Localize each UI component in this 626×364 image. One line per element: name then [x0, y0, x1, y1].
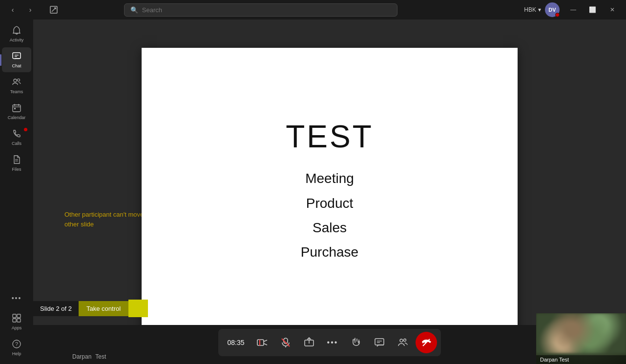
participant-video-bg [536, 313, 626, 353]
slide-container: TEST Meeting Product Sales Purchase [142, 48, 518, 336]
search-icon: 🔍 [130, 6, 138, 14]
user-badge[interactable]: HBK ▾ [524, 6, 541, 13]
sidebar-item-files[interactable]: Files [2, 151, 31, 176]
meeting-name-bar: Darpan Test [72, 353, 106, 360]
bullet-1: Meeting [286, 166, 374, 191]
titlebar-right: HBK ▾ DV — ⬜ ✕ [524, 0, 626, 20]
chevron-down-icon: ▾ [538, 6, 541, 13]
titlebar-nav: ‹ › [0, 3, 43, 17]
svg-rect-11 [14, 108, 16, 109]
sidebar-item-chat[interactable]: Chat [2, 47, 31, 72]
svg-line-21 [264, 340, 267, 342]
svg-rect-2 [13, 53, 21, 59]
more-icon: ••• [12, 295, 22, 302]
chat-button[interactable] [369, 332, 390, 353]
video-button[interactable] [251, 332, 273, 353]
calls-icon [12, 129, 21, 140]
more-options-button[interactable]: ••• [322, 332, 343, 353]
svg-rect-17 [17, 319, 21, 322]
bullet-2: Product [286, 191, 374, 216]
help-icon: ? [12, 339, 21, 350]
avatar-status-dot [555, 13, 560, 17]
apps-icon [12, 313, 21, 324]
minimize-button[interactable]: — [563, 0, 583, 20]
sidebar-item-calendar-label: Calendar [8, 115, 26, 120]
compose-icon[interactable] [47, 3, 61, 17]
svg-point-6 [18, 79, 20, 81]
window-controls: — ⬜ ✕ [563, 0, 622, 20]
teams-icon [12, 77, 21, 88]
meeting-toolbar: 08:35 [218, 329, 441, 356]
chat-icon [12, 51, 21, 62]
svg-point-5 [14, 79, 17, 82]
participant-video: Darpan Test [536, 313, 626, 364]
calendar-icon [12, 103, 21, 114]
back-button[interactable]: ‹ [6, 3, 20, 17]
slide-content: TEST Meeting Product Sales Purchase [286, 119, 374, 265]
participants-button[interactable] [392, 332, 414, 353]
svg-rect-15 [17, 314, 21, 318]
end-call-button[interactable] [416, 332, 437, 353]
user-name: HBK [524, 6, 536, 13]
meeting-timer: 08:35 [222, 339, 250, 346]
svg-rect-20 [257, 340, 264, 345]
slide-controls: Slide 2 of 2 Take control [33, 300, 148, 317]
sidebar-item-calls-label: Calls [12, 141, 21, 146]
meeting-test-label: Test [95, 353, 106, 360]
bullet-4: Purchase [286, 240, 374, 264]
svg-point-35 [404, 339, 406, 342]
sidebar: Activity Chat Teams [0, 20, 33, 364]
svg-point-34 [400, 339, 403, 342]
svg-rect-16 [13, 319, 16, 322]
search-bar: 🔍 [124, 3, 397, 17]
avatar[interactable]: DV [545, 2, 560, 17]
slide-indicator: Slide 2 of 2 [33, 301, 79, 316]
meeting-name: Darpan [72, 353, 91, 360]
participant-name-label: Darpan Test [536, 355, 626, 364]
forward-button[interactable]: › [23, 3, 37, 17]
bullet-3: Sales [286, 216, 374, 240]
maximize-button[interactable]: ⬜ [583, 0, 603, 20]
main-content: Other participant can't move to other sl… [33, 20, 626, 364]
svg-line-22 [264, 344, 267, 345]
activity-icon [12, 25, 21, 37]
share-screen-button[interactable] [298, 332, 320, 353]
sidebar-item-apps-label: Apps [12, 325, 22, 330]
svg-rect-14 [13, 314, 16, 318]
sidebar-item-activity[interactable]: Activity [2, 21, 31, 46]
sidebar-item-teams[interactable]: Teams [2, 73, 31, 98]
svg-line-1 [52, 8, 56, 12]
sidebar-item-teams-label: Teams [10, 89, 23, 94]
sidebar-item-calls[interactable]: Calls [2, 125, 31, 150]
take-control-button[interactable]: Take control [79, 301, 128, 316]
yellow-accent-block [128, 300, 148, 317]
warning-text: Other participant can't move to other sl… [64, 211, 151, 228]
sidebar-item-help[interactable]: ? Help [2, 335, 31, 360]
svg-rect-7 [13, 105, 21, 112]
slide-bullets: Meeting Product Sales Purchase [286, 166, 374, 265]
svg-rect-31 [375, 339, 384, 345]
sidebar-item-files-label: Files [12, 167, 21, 172]
mute-button[interactable] [275, 332, 296, 353]
sidebar-item-help-label: Help [12, 351, 21, 356]
sidebar-item-apps[interactable]: Apps [2, 309, 31, 334]
raise-hand-button[interactable] [345, 332, 367, 353]
slide-title: TEST [286, 119, 374, 155]
sidebar-item-chat-label: Chat [12, 63, 21, 68]
close-button[interactable]: ✕ [603, 0, 622, 20]
svg-text:?: ? [15, 341, 18, 347]
search-input[interactable] [142, 6, 391, 14]
titlebar: ‹ › 🔍 HBK ▾ DV — ⬜ ✕ [0, 0, 626, 20]
svg-line-26 [282, 339, 290, 346]
calls-notification-dot [24, 128, 27, 131]
files-icon [12, 155, 21, 166]
sidebar-item-calendar[interactable]: Calendar [2, 99, 31, 124]
sidebar-item-activity-label: Activity [10, 38, 24, 42]
sidebar-item-more[interactable]: ••• [2, 291, 31, 305]
